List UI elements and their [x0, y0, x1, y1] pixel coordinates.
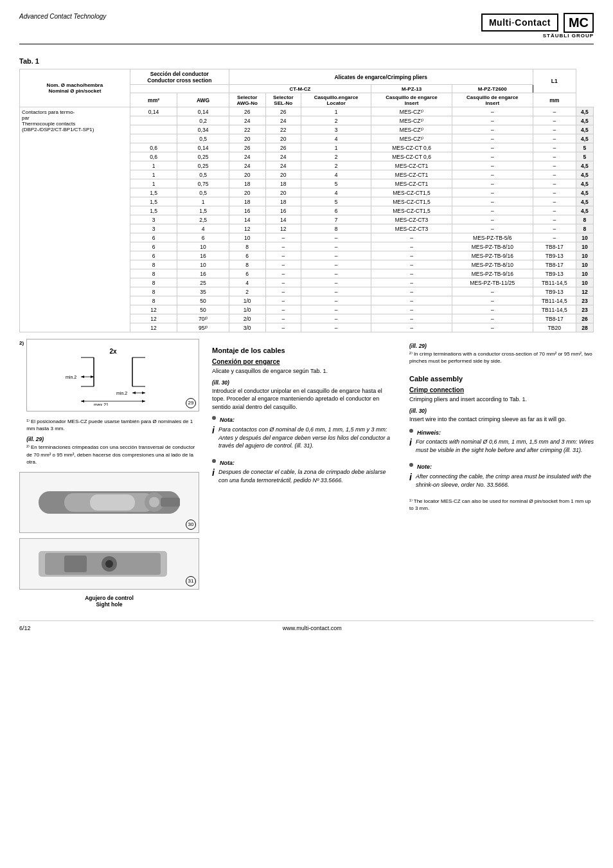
table-cell: 10 — [576, 251, 593, 260]
table-cell: 3/0 — [229, 323, 265, 332]
table-cell: 4 — [177, 224, 229, 233]
table-cell: 24 — [229, 161, 265, 170]
table-cell: MES-CZ-CT1 — [371, 170, 452, 179]
table-cell: – — [452, 314, 533, 323]
table-cell: – — [533, 188, 576, 197]
table-cell: 8 — [301, 224, 371, 233]
svg-marker-17 — [142, 400, 145, 402]
table-cell: – — [371, 269, 452, 278]
table-cell: 6 — [177, 233, 229, 242]
content-area: Montaje de los cables Conexión por engar… — [212, 339, 594, 608]
table-cell: TB20 — [533, 323, 576, 332]
table-cell: 70²⁾ — [177, 314, 229, 323]
table-cell: – — [452, 107, 533, 116]
table-cell: 2/0 — [229, 314, 265, 323]
table-cell: 20 — [229, 188, 265, 197]
tab-label: Tab. 1 — [19, 57, 594, 65]
table-cell: 10 — [576, 242, 593, 251]
table-cell: 1 — [177, 197, 229, 206]
table-cell: 10 — [576, 260, 593, 269]
table-cell: – — [533, 197, 576, 206]
table-cell: 16 — [177, 251, 229, 260]
table-cell: 6 — [130, 242, 177, 251]
table-cell: 20 — [265, 188, 301, 197]
table-cell: 3 — [301, 125, 371, 134]
table-cell: 18 — [229, 179, 265, 188]
table-cell: MES-CZ-CT1,5 — [371, 197, 452, 206]
table-cell: 20 — [229, 170, 265, 179]
note1-en: Hinweis: i For contacts with nominal Ø 0… — [409, 429, 594, 458]
svg-marker-12 — [132, 392, 136, 394]
table-cell: – — [265, 287, 301, 296]
table-cell: 4,5 — [576, 125, 593, 134]
table-cell: 20 — [265, 170, 301, 179]
table-cell: – — [533, 152, 576, 161]
table-cell: – — [371, 251, 452, 260]
table-cell: 10 — [576, 278, 593, 287]
table-cell: 12 — [130, 314, 177, 323]
table-cell: 1,5 — [130, 197, 177, 206]
table-cell: 0,6 — [130, 152, 177, 161]
table-cell — [130, 134, 177, 143]
table-cell: – — [533, 215, 576, 224]
table-cell: – — [371, 305, 452, 314]
table-cell: 16 — [265, 206, 301, 215]
table-cell: 4 — [301, 188, 371, 197]
crimp-connection-en-title: Crimp connection — [409, 386, 594, 393]
table-cell: 4,5 — [576, 179, 593, 188]
table-cell: MES-CZ-CT1,5 — [371, 188, 452, 197]
table-cell: 24 — [265, 116, 301, 125]
svg-text:max.21: max.21 — [94, 402, 109, 406]
table-cell: – — [533, 107, 576, 116]
table-cell: – — [452, 170, 533, 179]
note2-es-icon: i — [212, 468, 215, 477]
table-cell: 23 — [576, 305, 593, 314]
table-cell: 26 — [265, 107, 301, 116]
page-footer: 6/12 www.multi-contact.com — [19, 620, 594, 631]
table-cell: MES-CZ¹⁾ — [371, 125, 452, 134]
table-cell: 5 — [576, 152, 593, 161]
svg-rect-21 — [90, 494, 135, 511]
note2-es-dot — [212, 459, 216, 463]
table-cell: 1/0 — [229, 296, 265, 305]
table-cell: 0,25 — [177, 152, 229, 161]
diagrams-column: 2) 2x — [19, 339, 199, 608]
svg-point-23 — [149, 497, 159, 507]
table-cell: 1 — [130, 170, 177, 179]
table-cell: – — [301, 278, 371, 287]
table-cell: – — [533, 143, 576, 152]
table-cell: 24 — [265, 161, 301, 170]
table-cell: – — [371, 296, 452, 305]
table-cell: TB11-14,5 — [533, 305, 576, 314]
ill-31-label: Agujero de controlSight hole — [19, 595, 199, 608]
table-cell: 8 — [130, 269, 177, 278]
table-cell: – — [452, 161, 533, 170]
table-cell: 4 — [301, 134, 371, 143]
table-cell: 12 — [265, 224, 301, 233]
table-cell: – — [265, 269, 301, 278]
table-cell: – — [301, 314, 371, 323]
note2-en-title: Note: — [417, 463, 432, 471]
table-cell: 4,5 — [576, 161, 593, 170]
table-cell: TB9-13 — [533, 269, 576, 278]
table-cell: 4,5 — [576, 134, 593, 143]
cable-assembly-en-title: Cable assembly — [409, 375, 594, 383]
note2-en-dot — [409, 463, 413, 467]
table-cell: 4,5 — [576, 206, 593, 215]
table-cell: 0,2 — [177, 116, 229, 125]
note2-en: Note: i After connecting the cable, the … — [409, 463, 594, 493]
table-cell: 8 — [130, 260, 177, 269]
table-cell: 6 — [301, 206, 371, 215]
table-cell: – — [301, 323, 371, 332]
mc-logo: MC — [564, 13, 594, 33]
table-cell: – — [452, 125, 533, 134]
table-cell: – — [371, 242, 452, 251]
table-cell: – — [533, 116, 576, 125]
table-cell: 4 — [301, 170, 371, 179]
table-cell: – — [265, 233, 301, 242]
table-cell: 4,5 — [576, 188, 593, 197]
ill-30-es-label: (ill. 30) — [212, 379, 396, 386]
table-cell: – — [452, 197, 533, 206]
table-cell: MES-CZ¹⁾ — [371, 134, 452, 143]
table-cell: MES-PZ-TB-5/6 — [452, 233, 533, 242]
